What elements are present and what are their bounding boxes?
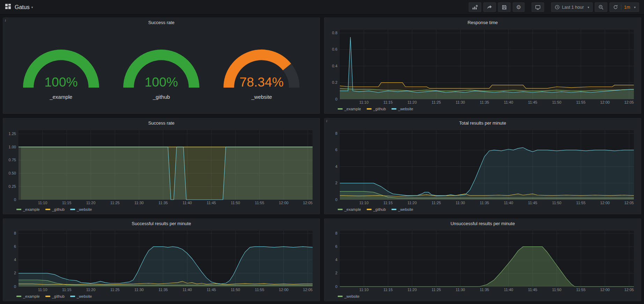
legend-item-_github[interactable]: _github <box>45 207 65 212</box>
refresh-interval-label: 1m <box>624 5 630 10</box>
add-panel-button[interactable] <box>469 2 481 12</box>
svg-text:11:45: 11:45 <box>528 100 537 104</box>
legend-marker <box>16 209 21 210</box>
legend-item-_example[interactable]: _example <box>338 207 361 212</box>
svg-text:11:25: 11:25 <box>110 288 120 292</box>
zoom-out-button[interactable] <box>595 2 607 12</box>
svg-text:12:00: 12:00 <box>279 201 288 205</box>
response-time-chart[interactable]: 00.20.40.60.811:1011:1511:2011:2511:3011… <box>327 27 638 105</box>
svg-text:8: 8 <box>335 131 337 135</box>
refresh-button[interactable]: 1m ▾ <box>609 2 639 12</box>
svg-text:12:05: 12:05 <box>624 201 634 205</box>
chevron-down-icon: ▾ <box>588 6 590 9</box>
svg-text:12:05: 12:05 <box>303 288 313 292</box>
dashboard-grid-icon[interactable] <box>5 3 11 11</box>
legend-label: _website <box>77 294 92 298</box>
legend-marker <box>70 209 75 210</box>
panel-response-time: Response time 00.20.40.60.811:1011:1511:… <box>324 17 641 114</box>
svg-text:11:40: 11:40 <box>183 288 192 292</box>
legend-item-_github[interactable]: _github <box>367 107 386 111</box>
chart-canvas[interactable]: 00.20.40.60.811:1011:1511:2011:2511:3011… <box>327 27 638 105</box>
legend-item-_website[interactable]: _website <box>70 294 92 298</box>
chart-canvas[interactable]: 0246811:1011:1511:2011:2511:3011:3511:40… <box>327 127 638 206</box>
svg-text:11:30: 11:30 <box>134 201 144 205</box>
svg-text:11:30: 11:30 <box>134 288 144 292</box>
panel-title[interactable]: Success rate <box>3 118 320 127</box>
legend-label: _example <box>344 207 361 212</box>
legend-item-_example[interactable]: _example <box>16 294 40 298</box>
chart-canvas[interactable]: 0246811:1011:1511:2011:2511:3011:3511:40… <box>6 228 317 293</box>
svg-text:11:30: 11:30 <box>456 288 465 292</box>
chart-legend: _website <box>327 293 638 300</box>
dashboard-title[interactable]: Gatus ▾ <box>15 4 33 10</box>
legend-item-_website[interactable]: _website <box>338 294 359 298</box>
legend-label: _example <box>344 107 361 111</box>
total-results-chart[interactable]: 0246811:1011:1511:2011:2511:3011:3511:40… <box>327 127 638 206</box>
legend-label: _example <box>23 294 40 298</box>
svg-text:4: 4 <box>335 164 337 169</box>
gauge-arc: 78.34% <box>213 39 310 93</box>
chart-legend: _example_github_website <box>6 293 317 300</box>
panel-info-icon[interactable]: i <box>326 119 327 123</box>
svg-text:0: 0 <box>14 284 16 289</box>
chart-canvas[interactable]: 0246811:1011:1511:2011:2511:3011:3511:40… <box>327 228 638 293</box>
panel-title[interactable]: Success rate <box>3 18 320 27</box>
unsuccessful-results-chart[interactable]: 0246811:1011:1511:2011:2511:3011:3511:40… <box>327 228 638 293</box>
svg-text:0.75: 0.75 <box>9 158 16 162</box>
share-dashboard-button[interactable] <box>483 2 496 12</box>
legend-label: _website <box>398 107 413 111</box>
legend-item-_website[interactable]: _website <box>391 207 413 212</box>
legend-marker <box>45 296 50 297</box>
svg-text:12:00: 12:00 <box>279 288 288 292</box>
save-dashboard-button[interactable] <box>498 2 511 12</box>
legend-marker <box>367 108 372 110</box>
svg-text:78.34%: 78.34% <box>240 75 284 89</box>
legend-item-_example[interactable]: _example <box>16 207 40 212</box>
panel-title[interactable]: Unsuccessful results per minute <box>324 219 641 228</box>
panel-success-rate-gauges: i Success rate 100% _example 100% _githu… <box>3 17 320 114</box>
legend-label: _github <box>373 207 386 212</box>
svg-text:11:25: 11:25 <box>432 288 441 292</box>
legend-item-_github[interactable]: _github <box>45 294 65 298</box>
chevron-down-icon: ▾ <box>31 6 33 9</box>
panel-info-icon[interactable]: i <box>5 18 6 22</box>
svg-text:12:05: 12:05 <box>624 100 634 104</box>
svg-text:11:35: 11:35 <box>159 288 168 292</box>
svg-text:11:10: 11:10 <box>359 288 369 292</box>
panel-unsuccessful-results: Unsuccessful results per minute 0246811:… <box>324 218 641 301</box>
chart-canvas[interactable]: 00.250.500.751.001.2511:1011:1511:2011:2… <box>6 127 317 206</box>
svg-text:11:50: 11:50 <box>552 288 562 292</box>
svg-text:2: 2 <box>335 271 337 275</box>
dashboard-settings-button[interactable]: ⚙ <box>513 2 525 12</box>
legend-label: _example <box>23 207 40 212</box>
svg-text:11:10: 11:10 <box>359 201 369 205</box>
panel-title[interactable]: Total results per minute <box>324 118 641 127</box>
legend-item-_example[interactable]: _example <box>338 107 361 111</box>
svg-text:1.25: 1.25 <box>9 132 16 136</box>
svg-text:11:30: 11:30 <box>456 201 465 205</box>
legend-item-_website[interactable]: _website <box>70 207 92 212</box>
svg-text:100%: 100% <box>44 75 78 89</box>
panel-successful-results: Successful results per minute 0246811:10… <box>3 218 320 301</box>
legend-marker <box>338 296 343 297</box>
svg-text:6: 6 <box>14 244 16 249</box>
successful-results-chart[interactable]: 0246811:1011:1511:2011:2511:3011:3511:40… <box>6 228 317 293</box>
chart-legend: _example_github_website <box>327 206 638 213</box>
svg-text:11:40: 11:40 <box>183 201 192 205</box>
legend-marker <box>391 209 396 210</box>
chevron-down-icon: ▾ <box>634 6 636 9</box>
svg-text:0.50: 0.50 <box>9 171 16 175</box>
cycle-view-mode-button[interactable] <box>532 2 544 12</box>
svg-text:11:45: 11:45 <box>528 201 537 205</box>
refresh-icon <box>613 5 618 10</box>
success-rate-chart[interactable]: 00.250.500.751.001.2511:1011:1511:2011:2… <box>6 127 317 206</box>
svg-text:11:55: 11:55 <box>255 288 264 292</box>
svg-text:11:15: 11:15 <box>62 201 72 205</box>
svg-text:0: 0 <box>335 97 337 101</box>
time-range-picker[interactable]: Last 1 hour ▾ <box>551 2 593 12</box>
legend-item-_github[interactable]: _github <box>367 207 386 212</box>
panel-title[interactable]: Successful results per minute <box>3 219 320 228</box>
panel-title[interactable]: Response time <box>324 18 641 27</box>
svg-text:8: 8 <box>335 231 337 235</box>
legend-item-_website[interactable]: _website <box>391 107 413 111</box>
